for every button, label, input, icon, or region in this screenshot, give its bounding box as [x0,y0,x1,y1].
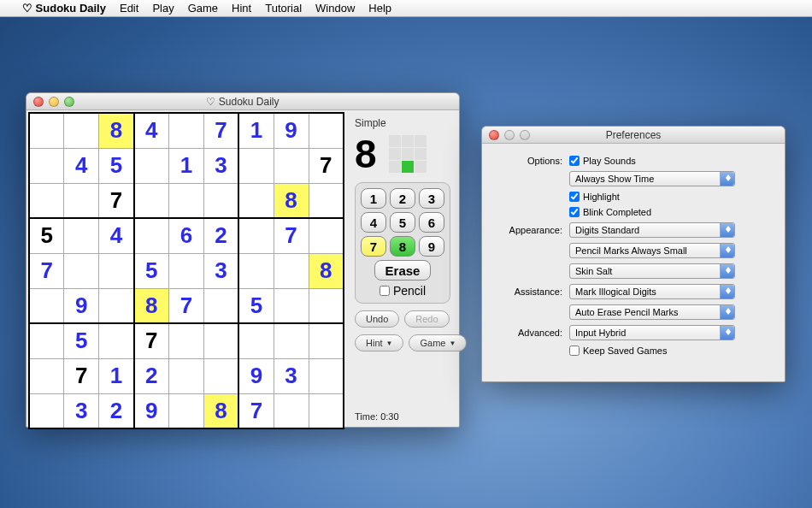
cell-7-5[interactable] [203,358,238,393]
cell-6-0[interactable] [29,323,64,358]
cell-3-3[interactable] [134,218,169,253]
menu-tutorial[interactable]: Tutorial [265,2,302,15]
autoerase-popup[interactable]: Auto Erase Pencil Marks [569,304,735,320]
cell-4-0[interactable]: 7 [29,253,64,288]
cell-7-2[interactable]: 1 [99,358,134,393]
play-sounds-checkbox[interactable] [569,156,580,166]
cell-0-4[interactable] [169,113,204,148]
cell-0-0[interactable] [29,113,64,148]
cell-0-5[interactable]: 7 [203,113,238,148]
digits-popup[interactable]: Digits Standard [569,222,735,238]
cell-7-7[interactable]: 3 [274,358,309,393]
cell-1-3[interactable] [134,148,169,183]
cell-6-2[interactable] [99,323,134,358]
skin-popup[interactable]: Skin Salt [569,263,735,279]
cell-0-8[interactable] [309,113,344,148]
cell-4-2[interactable] [99,253,134,288]
cell-0-7[interactable]: 9 [274,113,309,148]
cell-1-5[interactable]: 3 [203,148,238,183]
cell-7-8[interactable] [309,358,344,393]
cell-7-6[interactable]: 9 [238,358,274,393]
cell-3-8[interactable] [309,218,344,253]
cell-7-0[interactable] [29,358,64,393]
cell-2-2[interactable]: 7 [99,183,134,218]
cell-0-6[interactable]: 1 [238,113,274,148]
cell-1-2[interactable]: 5 [99,148,134,183]
key-2[interactable]: 2 [390,188,415,209]
cell-5-0[interactable] [29,288,64,323]
cell-1-6[interactable] [238,148,274,183]
menu-game[interactable]: Game [188,2,218,15]
cell-7-4[interactable] [169,358,204,393]
cell-2-0[interactable] [29,183,64,218]
cell-6-3[interactable]: 7 [134,323,169,358]
cell-3-1[interactable] [64,218,99,253]
blink-checkbox[interactable] [569,207,580,217]
cell-1-0[interactable] [29,148,64,183]
undo-button[interactable]: Undo [355,310,399,328]
cell-1-1[interactable]: 4 [64,148,99,183]
cell-6-5[interactable] [203,323,238,358]
cell-4-3[interactable]: 5 [134,253,169,288]
cell-2-7[interactable]: 8 [274,183,309,218]
erase-button[interactable]: Erase [374,260,431,281]
cell-8-3[interactable]: 9 [134,393,169,428]
game-button[interactable]: Game▼ [409,334,467,351]
cell-8-6[interactable]: 7 [238,393,274,428]
app-menu[interactable]: ♡ Sudoku Daily [22,2,106,15]
cell-2-6[interactable] [238,183,274,218]
cell-8-0[interactable] [29,393,64,428]
cell-3-4[interactable]: 6 [169,218,204,253]
cell-8-7[interactable] [274,393,309,428]
cell-2-4[interactable] [169,183,204,218]
cell-4-6[interactable] [238,253,274,288]
cell-4-1[interactable] [64,253,99,288]
cell-0-1[interactable] [64,113,99,148]
cell-0-2[interactable]: 8 [99,113,134,148]
cell-2-8[interactable] [309,183,344,218]
cell-7-1[interactable]: 7 [64,358,99,393]
key-8[interactable]: 8 [390,236,415,257]
input-popup[interactable]: Input Hybrid [569,325,735,340]
key-4[interactable]: 4 [361,212,386,233]
cell-8-2[interactable]: 2 [99,393,134,428]
key-3[interactable]: 3 [419,188,444,209]
cell-4-5[interactable]: 3 [203,253,238,288]
cell-6-4[interactable] [169,323,204,358]
cell-2-1[interactable] [64,183,99,218]
cell-5-3[interactable]: 8 [134,288,169,323]
cell-2-3[interactable] [134,183,169,218]
time-mode-popup[interactable]: Always Show Time [569,171,735,186]
cell-5-5[interactable] [203,288,238,323]
cell-5-4[interactable]: 7 [169,288,204,323]
menu-help[interactable]: Help [368,2,391,15]
cell-6-8[interactable] [309,323,344,358]
menu-window[interactable]: Window [315,2,355,15]
sudoku-grid[interactable]: 8471945137785462775389875577129332987 [28,112,344,429]
cell-8-8[interactable] [309,393,344,428]
key-7[interactable]: 7 [361,236,386,257]
cell-7-3[interactable]: 2 [134,358,169,393]
preferences-titlebar[interactable]: Preferences [482,127,785,144]
cell-6-1[interactable]: 5 [64,323,99,358]
cell-8-1[interactable]: 3 [64,393,99,428]
menu-edit[interactable]: Edit [120,2,138,15]
cell-3-0[interactable]: 5 [29,218,64,253]
sudoku-titlebar[interactable]: ♡ Sudoku Daily [26,93,459,110]
cell-5-6[interactable]: 5 [238,288,274,323]
cell-8-4[interactable] [169,393,204,428]
cell-3-7[interactable]: 7 [274,218,309,253]
highlight-checkbox[interactable] [569,192,580,202]
cell-5-8[interactable] [309,288,344,323]
key-6[interactable]: 6 [419,212,444,233]
cell-4-4[interactable] [169,253,204,288]
cell-3-2[interactable]: 4 [99,218,134,253]
cell-1-8[interactable]: 7 [309,148,344,183]
pencil-checkbox[interactable] [380,286,390,296]
menu-play[interactable]: Play [152,2,174,15]
key-9[interactable]: 9 [419,236,444,257]
cell-0-3[interactable]: 4 [134,113,169,148]
menu-hint[interactable]: Hint [232,2,251,15]
redo-button[interactable]: Redo [404,310,449,328]
cell-3-6[interactable] [238,218,274,253]
